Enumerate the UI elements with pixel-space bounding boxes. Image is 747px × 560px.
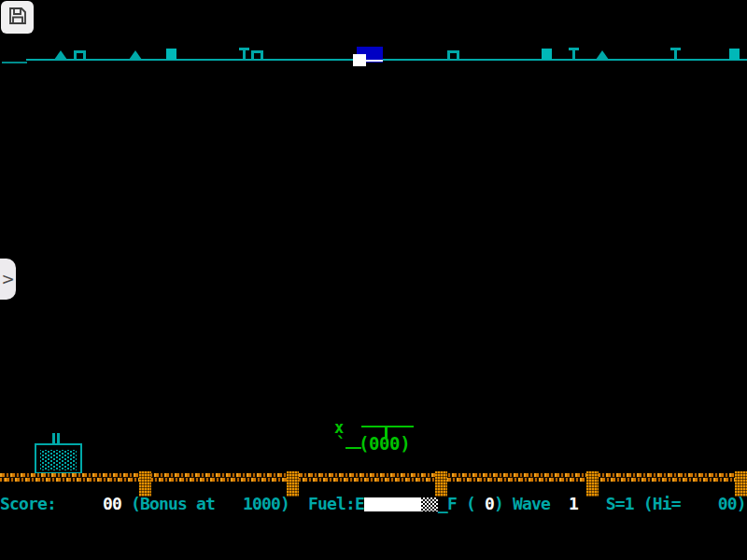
depot-fill-pattern bbox=[40, 450, 77, 470]
map-structure-block bbox=[729, 49, 740, 60]
ground-post bbox=[735, 471, 747, 497]
minimap-player-marker bbox=[353, 54, 366, 66]
ground-post bbox=[287, 471, 299, 497]
fuel-gauge bbox=[364, 497, 438, 511]
fuel-gauge-dither bbox=[421, 497, 438, 511]
minimap-viewport-underline bbox=[366, 60, 383, 62]
status-segment: ) Wave bbox=[494, 494, 569, 513]
ground-pattern-row-bottom bbox=[0, 478, 747, 482]
map-structure-tee bbox=[239, 48, 249, 60]
map-structure-pyramid bbox=[596, 50, 609, 60]
ground-strip bbox=[0, 473, 747, 482]
sidebar-toggle-button[interactable]: > bbox=[0, 259, 16, 300]
map-structure-gate bbox=[251, 50, 263, 60]
map-structure-gate bbox=[447, 50, 459, 60]
save-button[interactable] bbox=[1, 1, 34, 34]
fuel-gauge-fill bbox=[364, 497, 421, 511]
status-segment: Score: bbox=[0, 494, 103, 513]
game-screen[interactable]: x ` (000) Score: 00 (Bonus at 1000) Fuel… bbox=[0, 0, 747, 560]
status-segment: 0 bbox=[485, 494, 494, 513]
map-structure-gate bbox=[74, 50, 86, 60]
status-segment: 00 bbox=[103, 494, 121, 513]
map-structure-tee bbox=[670, 48, 681, 60]
ground-post bbox=[139, 471, 151, 497]
map-structure-pyramid bbox=[54, 50, 67, 60]
depot-tank bbox=[35, 443, 82, 474]
minimap-terrain-stub bbox=[2, 62, 27, 63]
helicopter-rotor-blade bbox=[361, 426, 414, 427]
map-structure-block bbox=[166, 49, 176, 60]
helicopter-tail-tick: ` bbox=[336, 435, 346, 452]
status-segment: _F ( bbox=[438, 494, 485, 513]
status-segment: (Bonus at 1000) Fuel:E bbox=[121, 494, 364, 513]
helicopter-body: (000) bbox=[359, 433, 410, 454]
chevron-right-icon: > bbox=[1, 272, 14, 287]
status-bar: Score: 00 (Bonus at 1000) Fuel:E_F ( 0) … bbox=[0, 494, 747, 513]
map-structure-block bbox=[542, 49, 552, 60]
ground-post bbox=[435, 471, 447, 497]
map-structure-tee bbox=[569, 48, 579, 60]
status-segment: S=1 (Hi= 00) bbox=[578, 494, 746, 513]
ground-post bbox=[586, 471, 599, 497]
status-segment: 1 bbox=[569, 494, 578, 513]
ground-pattern-row-top bbox=[0, 473, 747, 477]
status-text: Score: 00 (Bonus at 1000) Fuel:E_F ( 0) … bbox=[0, 494, 746, 513]
map-structure-pyramid bbox=[129, 50, 142, 60]
floppy-disk-icon bbox=[7, 6, 28, 30]
